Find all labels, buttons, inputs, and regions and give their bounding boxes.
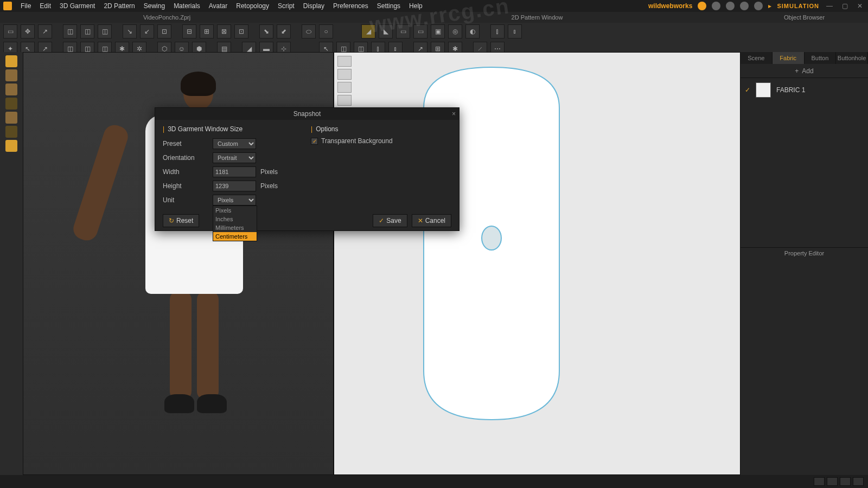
reset-button[interactable]: ↻ Reset: [163, 214, 199, 227]
left-icon-column: [0, 52, 23, 475]
preset-select[interactable]: Custom: [213, 138, 256, 149]
menu-script[interactable]: Script: [273, 0, 299, 12]
fabric-swatch[interactable]: [756, 82, 771, 98]
plus-icon: +: [795, 67, 799, 75]
unit-opt-inches[interactable]: Inches: [213, 215, 257, 223]
tool-f-icon[interactable]: ⊡: [157, 24, 171, 38]
tool2d-g-icon[interactable]: ◐: [465, 24, 480, 38]
x-icon: ✕: [418, 217, 423, 224]
menu-preferences[interactable]: Preferences: [329, 0, 373, 12]
settings-icon[interactable]: [754, 2, 763, 10]
tool-g-icon[interactable]: ⊟: [182, 24, 196, 38]
tool-b-icon[interactable]: ◫: [80, 24, 94, 38]
tab-buttonhole[interactable]: Buttonhole: [836, 52, 868, 64]
2d-tool-c-icon[interactable]: [337, 82, 352, 93]
tool-h-icon[interactable]: ⊞: [200, 24, 214, 38]
menu-avatar[interactable]: Avatar: [205, 0, 232, 12]
menu-materials[interactable]: Materials: [169, 0, 205, 12]
tab-button[interactable]: Button: [805, 52, 837, 64]
close-button[interactable]: ✕: [855, 2, 865, 10]
section-window-size: 3D Garment Window Size: [163, 125, 303, 133]
tool2d-e-icon[interactable]: ▣: [431, 24, 445, 38]
tool-k-icon[interactable]: ⬊: [259, 24, 273, 38]
tool-a-icon[interactable]: ◫: [63, 24, 77, 38]
tool2d-i-icon[interactable]: ⫾: [508, 24, 522, 38]
height-input[interactable]: [213, 181, 256, 191]
tool2d-h-icon[interactable]: ⫿: [490, 24, 505, 38]
add-row[interactable]: + Add: [741, 64, 868, 78]
unit-opt-pixels[interactable]: Pixels: [213, 206, 257, 215]
tool-move-icon[interactable]: ✥: [21, 24, 35, 38]
avatar-face-icon[interactable]: [5, 140, 17, 152]
transparent-bg-checkbox[interactable]: ✓: [311, 138, 318, 145]
check-icon[interactable]: ✓: [745, 86, 750, 94]
property-editor-title: Property Editor: [741, 248, 868, 259]
cancel-button[interactable]: ✕ Cancel: [412, 214, 451, 227]
avatar-measure-icon[interactable]: [5, 112, 17, 124]
save-button[interactable]: ✓ Save: [373, 214, 407, 227]
status-btn-c[interactable]: [840, 477, 851, 486]
menu-display[interactable]: Display: [299, 0, 329, 12]
tool-i-icon[interactable]: ⊠: [217, 24, 231, 38]
2d-tool-d-icon[interactable]: [337, 95, 352, 106]
height-unit: Pixels: [260, 182, 278, 190]
tool-e-icon[interactable]: ↙: [140, 24, 154, 38]
avatar-texture-icon[interactable]: [5, 98, 17, 110]
help-icon[interactable]: [740, 2, 749, 10]
menu-retopology[interactable]: Retopology: [232, 0, 273, 12]
simulation-label[interactable]: SIMULATION: [777, 3, 819, 9]
dialog-titlebar[interactable]: Snapshot ×: [155, 108, 459, 120]
minimize-button[interactable]: —: [825, 2, 834, 10]
unit-dropdown[interactable]: Pixels Pixels Inches Millimeters Centime…: [213, 195, 256, 206]
avatar-pose-icon[interactable]: [5, 84, 17, 95]
2d-tool-a-icon[interactable]: [337, 56, 352, 67]
tool2d-c-icon[interactable]: ▭: [396, 24, 410, 38]
avatar-hair-icon[interactable]: [5, 126, 17, 138]
orientation-select[interactable]: Portrait: [213, 152, 256, 163]
tool-j-icon[interactable]: ⊡: [234, 24, 248, 38]
menu-settings[interactable]: Settings: [373, 0, 405, 12]
unit-select[interactable]: Pixels: [213, 195, 256, 206]
menu-file[interactable]: File: [16, 0, 35, 12]
preset-label: Preset: [163, 140, 213, 147]
width-input[interactable]: [213, 166, 256, 177]
tool-n-icon[interactable]: ○: [319, 24, 333, 38]
menu-help[interactable]: Help: [405, 0, 427, 12]
cloud-icon[interactable]: [698, 2, 706, 10]
dialog-close-button[interactable]: ×: [452, 110, 456, 118]
2d-tool-b-icon[interactable]: [337, 69, 352, 80]
sound-icon[interactable]: [712, 2, 720, 10]
tool-arrow-icon[interactable]: ↗: [38, 24, 52, 38]
avatar-shirt-icon[interactable]: [5, 55, 17, 67]
menu-3d-garment[interactable]: 3D Garment: [55, 0, 99, 12]
menu-edit[interactable]: Edit: [35, 0, 55, 12]
check-icon: ✓: [379, 217, 384, 224]
unit-opt-cm[interactable]: Centimeters: [213, 232, 257, 241]
object-browser-title: Object Browser: [741, 14, 868, 21]
status-btn-a[interactable]: [814, 477, 825, 486]
tool2d-b-icon[interactable]: ◣: [379, 24, 393, 38]
status-btn-d[interactable]: [853, 477, 864, 486]
tool-c-icon[interactable]: ◫: [98, 24, 112, 38]
unit-opt-mm[interactable]: Millimeters: [213, 223, 257, 232]
tool2d-d-icon[interactable]: ▭: [413, 24, 427, 38]
tool-l-icon[interactable]: ⬋: [277, 24, 291, 38]
status-btn-b[interactable]: [827, 477, 838, 486]
tool2d-a-icon[interactable]: ◢: [361, 24, 375, 38]
reset-icon: ↻: [169, 217, 174, 224]
menu-sewing[interactable]: Sewing: [139, 0, 169, 12]
tool-select-icon[interactable]: ▭: [3, 24, 17, 38]
tab-fabric[interactable]: Fabric: [773, 52, 805, 64]
transparent-bg-row[interactable]: ✓ Transparent Background: [311, 137, 451, 145]
tab-scene[interactable]: Scene: [741, 52, 773, 64]
menu-2d-pattern[interactable]: 2D Pattern: [99, 0, 139, 12]
orientation-label: Orientation: [163, 154, 213, 162]
avatar-body-icon[interactable]: [5, 69, 17, 81]
tool-m-icon[interactable]: ⬭: [302, 24, 316, 38]
maximize-button[interactable]: ▢: [840, 2, 850, 10]
tool2d-f-icon[interactable]: ◎: [448, 24, 462, 38]
fabric-item[interactable]: ✓ FABRIC 1: [745, 82, 864, 98]
right-panel: Scene Fabric Button Buttonhole + Add ✓ F…: [741, 52, 868, 475]
user-icon[interactable]: [726, 2, 735, 10]
tool-d-icon[interactable]: ↘: [123, 24, 137, 38]
